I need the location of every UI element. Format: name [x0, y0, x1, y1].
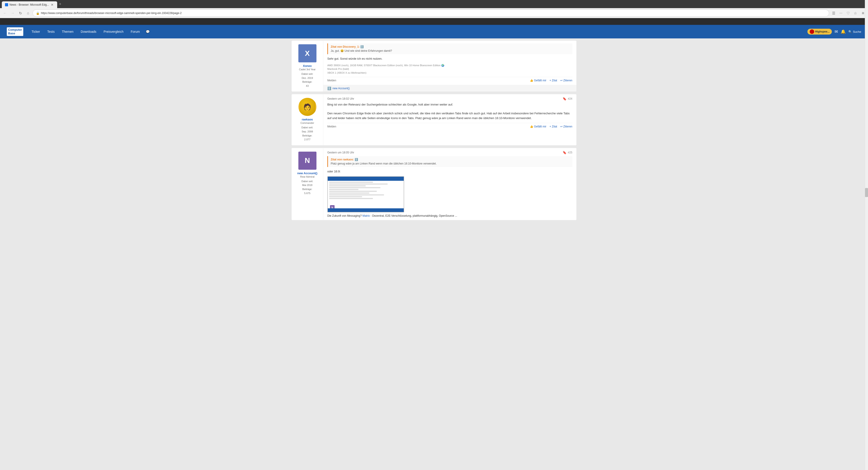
post-header-raekaos: Gestern um 18:02 Uhr 🔖 #24 — [327, 97, 572, 100]
post-text-prefix-newaccount: oder 16:9: — [327, 169, 572, 174]
screenshot-inner: N — [328, 177, 404, 212]
joined-value: Dez. 2019 — [302, 76, 313, 79]
tab-close-button[interactable]: ✕ — [51, 3, 54, 6]
post-newaccount: N new Account() Rear Admiral Dabei seit:… — [291, 148, 577, 220]
page-content: X Xonex Cadet 3rd Year Dabei seit: Dez. … — [287, 38, 581, 225]
tab-favicon — [5, 3, 8, 6]
search-button[interactable]: 🔍 Suche — [848, 30, 861, 33]
site-header: Computer Base Ticker Tests Themen Downlo… — [0, 25, 868, 38]
screenshot-content-lines — [328, 181, 404, 201]
post-raekaos: 🧑 raekaos Commander Dabei seit: Sep. 200… — [291, 94, 577, 145]
address-box: 🔒 https://www.computerbase.de/forum/thre… — [33, 9, 829, 17]
footer-link[interactable]: Matrix — [362, 214, 370, 217]
scrollbar[interactable] — [865, 0, 868, 225]
report-link-raekaos[interactable]: Melden — [327, 125, 336, 128]
joined-label: Dabei seit: — [302, 72, 313, 75]
posts-label-n: Beiträge: — [302, 188, 312, 190]
mail-button[interactable]: ✉ — [835, 29, 838, 34]
author-rank-xonex: Cadet 3rd Year — [299, 68, 315, 71]
toolbar-right: ☰ ··· ♡ ☆ — [831, 10, 859, 16]
quote-author-newaccount: Zitat von raekaos: ℹ️ — [331, 158, 569, 161]
highspeed-button[interactable]: Highspee... — [807, 29, 832, 35]
posts-value-n: 5.675 — [304, 192, 311, 194]
post-actions-raekaos: Melden 👍 Gefällt mir + Zitat ↩ Zitieren — [327, 123, 572, 128]
lock-icon: 🔒 — [36, 11, 39, 15]
cite-link-xonex[interactable]: ↩ Zitieren — [560, 79, 572, 82]
quote-text-newaccount: Platz genug wäre ja am Linken Rand wenn … — [331, 162, 569, 165]
nav-right: Highspee... ✉ 🔔 🔍 Suche — [807, 29, 861, 35]
active-tab[interactable]: News - Browser: Microsoft Edg... ✕ — [2, 1, 57, 8]
reaction-icon: ℹ️ — [327, 87, 331, 90]
screenshot-header-bar — [328, 177, 404, 181]
highspeed-label: Highspee... — [815, 30, 830, 33]
more-button[interactable]: ··· — [838, 10, 844, 16]
joined-label-r: Dabei seit: — [302, 126, 313, 129]
logo-box: Computer Base — [7, 27, 23, 36]
post-xonex: X Xonex Cadet 3rd Year Dabei seit: Dez. … — [291, 41, 577, 92]
logo-line2: Base — [8, 32, 22, 35]
posts-value: 43 — [306, 85, 309, 87]
nav-ticker[interactable]: Ticker — [30, 29, 41, 34]
author-name-newaccount[interactable]: new Account() — [297, 171, 317, 175]
nav-themen[interactable]: Themen — [61, 29, 75, 34]
screenshot-image: N — [327, 176, 404, 212]
reaction-bar-xonex: ℹ️ new Account() — [323, 85, 577, 92]
quote-text: Ja, gut. 😄 Und wie sind deine Erfahrunge… — [331, 49, 569, 53]
author-name-raekaos[interactable]: raekaos — [302, 118, 313, 121]
post-body-xonex: Zitat von Discovery_1: ℹ️ Ja, gut. 😄 Und… — [323, 41, 577, 85]
scrollbar-thumb[interactable] — [865, 188, 868, 197]
thumbs-up-icon: 👍 — [530, 79, 533, 82]
bookmark-icon-newaccount[interactable]: 🔖 — [563, 151, 566, 154]
forum-notification-icon: 💬 — [146, 30, 150, 33]
author-meta-raekaos: Dabei seit: Sep. 2008 Beiträge: 2.077 — [302, 126, 313, 142]
report-link-xonex[interactable]: Melden — [327, 79, 336, 82]
nav-preisvergleich[interactable]: Preisvergleich — [102, 29, 125, 34]
joined-value-n: Mai 2018 — [302, 184, 312, 186]
author-col-xonex: X Xonex Cadet 3rd Year Dabei seit: Dez. … — [291, 41, 323, 92]
quote-link-xonex[interactable]: + Zitat — [550, 79, 557, 82]
avatar-raekaos: 🧑 — [298, 98, 316, 116]
forward-button[interactable]: → — [9, 10, 16, 16]
info-icon-n: ℹ️ — [355, 158, 358, 161]
nav-forum[interactable]: Forum — [129, 29, 141, 34]
search-icon: 🔍 — [848, 30, 852, 33]
author-rank-raekaos: Commander — [301, 122, 314, 124]
like-link-raekaos[interactable]: 👍 Gefällt mir — [530, 125, 546, 128]
like-link-xonex[interactable]: 👍 Gefällt mir — [530, 79, 546, 82]
author-meta-xonex: Dabei seit: Dez. 2019 Beiträge: 43 — [302, 72, 313, 88]
nav-downloads[interactable]: Downloads — [79, 29, 98, 34]
url-text[interactable]: https://www.computerbase.de/forum/thread… — [41, 11, 826, 15]
reload-button[interactable]: ↻ — [17, 10, 24, 16]
post-num-raekaos: #24 — [568, 97, 572, 100]
footer-text: Die Zukunft von Messaging? Matrix - Deze… — [327, 214, 572, 217]
bookmark-icon-raekaos[interactable]: 🔖 — [563, 97, 566, 100]
joined-value-r: Sep. 2008 — [302, 130, 313, 133]
search-bar-row — [0, 18, 868, 25]
logo-line1: Computer — [8, 28, 22, 32]
quote-author: Zitat von Discovery_1: ℹ️ — [331, 45, 569, 49]
new-tab-button[interactable]: + — [57, 2, 63, 6]
site-logo: Computer Base — [7, 27, 23, 36]
back-button[interactable]: ← — [2, 10, 8, 16]
quote-link-raekaos[interactable]: + Zitat — [550, 125, 557, 128]
home-button[interactable]: ⌂ — [25, 10, 31, 16]
bookmark-button[interactable]: ☆ — [852, 10, 859, 16]
post-time-newaccount: Gestern um 18:05 Uhr — [327, 151, 354, 154]
cite-link-raekaos[interactable]: ↩ Zitieren — [560, 125, 572, 128]
posts-value-r: 2.077 — [304, 138, 311, 141]
posts-label-r: Beiträge: — [302, 134, 312, 137]
address-bar-row: ← → ↻ ⌂ 🔒 https://www.computerbase.de/fo… — [0, 8, 868, 18]
search-label: Suche — [853, 30, 861, 33]
thumbs-up-icon-r: 👍 — [530, 125, 533, 128]
reaction-user[interactable]: new Account() — [333, 87, 350, 90]
post-time-raekaos: Gestern um 18:02 Uhr — [327, 97, 354, 100]
nav-tests[interactable]: Tests — [46, 29, 56, 34]
favorites-button[interactable]: ♡ — [845, 10, 851, 16]
reader-view-button[interactable]: ☰ — [831, 10, 837, 16]
joined-label-n: Dabei seit: — [302, 180, 313, 183]
post-sig-xonex: AMD 3900X (noch), 16GB RAM, 5700XT Black… — [327, 63, 572, 75]
post-text2-raekaos: Den neuen Chromium Edge finde ich aber z… — [327, 111, 572, 121]
author-name-xonex[interactable]: Xonex — [303, 64, 312, 68]
bell-button[interactable]: 🔔 — [841, 29, 846, 34]
info-icon: ℹ️ — [360, 45, 364, 49]
